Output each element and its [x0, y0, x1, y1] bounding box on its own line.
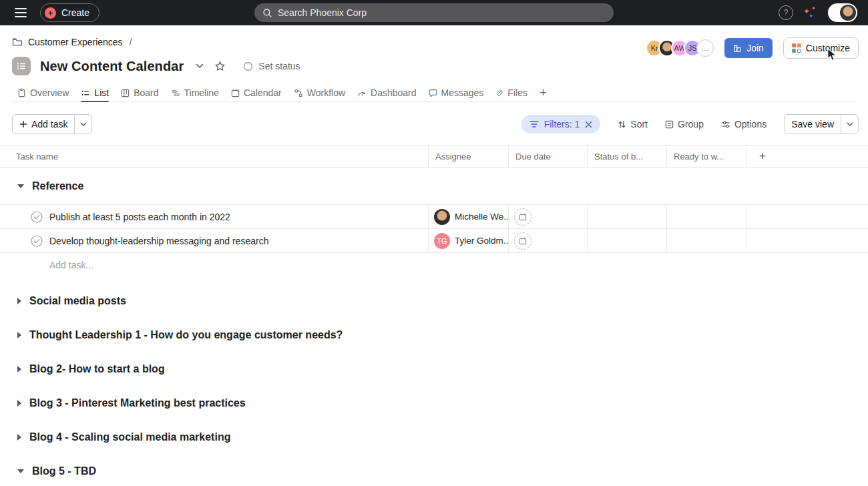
customize-button[interactable]: Customize — [783, 37, 859, 59]
expand-arrow-icon[interactable] — [17, 298, 21, 304]
user-avatar[interactable] — [828, 3, 857, 22]
tab-dashboard[interactable]: Dashboard — [352, 84, 422, 101]
top-bar: + Create Search Phoenix Corp ? ✦✦✦ — [0, 0, 868, 25]
tab-list[interactable]: List — [75, 84, 114, 101]
chevron-down-icon — [80, 122, 87, 127]
task-name[interactable]: Develop thought-leadership messaging and… — [49, 236, 268, 246]
project-icon[interactable] — [12, 57, 31, 75]
assignee-cell[interactable]: TG Tyler Goldm... — [428, 229, 508, 252]
avatar-initials: Kr — [651, 44, 658, 52]
tab-label: Overview — [30, 87, 69, 98]
ai-sparkles-icon[interactable]: ✦✦✦ — [803, 5, 818, 20]
add-task-button[interactable]: Add task — [13, 115, 74, 134]
section-title[interactable]: Social media posts — [29, 295, 126, 307]
breadcrumb-separator: / — [130, 37, 132, 47]
collapse-arrow-icon[interactable] — [17, 184, 24, 188]
due-date-cell[interactable] — [508, 205, 587, 228]
tab-workflow[interactable]: Workflow — [288, 84, 351, 101]
section-header-blog-3[interactable]: Blog 3 - Pinterest Marketing best practi… — [0, 393, 868, 413]
complete-check-icon[interactable] — [31, 211, 43, 223]
tab-overview[interactable]: Overview — [12, 84, 74, 101]
tab-files[interactable]: Files — [490, 84, 533, 101]
due-date-cell[interactable] — [508, 229, 587, 252]
create-button[interactable]: + Create — [40, 3, 99, 22]
section-header-social-media-posts[interactable]: Social media posts — [0, 290, 868, 311]
collapse-arrow-icon[interactable] — [17, 469, 24, 473]
filters-pill[interactable]: Filters: 1 — [521, 115, 601, 134]
expand-arrow-icon[interactable] — [17, 332, 21, 338]
set-due-date-icon[interactable] — [514, 232, 531, 250]
complete-check-icon[interactable] — [31, 235, 43, 247]
column-header-task-name[interactable]: Task name — [0, 146, 428, 167]
expand-arrow-icon[interactable] — [17, 366, 21, 373]
expand-arrow-icon[interactable] — [17, 400, 21, 407]
user-avatar-photo — [840, 5, 856, 21]
options-button[interactable]: Options — [721, 119, 767, 130]
clear-filter-icon[interactable] — [585, 121, 592, 128]
add-task-inline-button[interactable]: Add task... — [0, 253, 868, 277]
list-icon — [81, 89, 90, 97]
expand-arrow-icon[interactable] — [17, 434, 21, 441]
group-icon — [665, 120, 674, 129]
section-title[interactable]: Thought Leadership 1 - How do you engage… — [29, 329, 343, 341]
view-tabs: Overview List Board Timeline Calendar Wo… — [12, 84, 856, 102]
section-header-thought-leadership-1[interactable]: Thought Leadership 1 - How do you engage… — [0, 324, 868, 345]
join-button[interactable]: Join — [724, 38, 773, 58]
save-view-button[interactable]: Save view — [785, 115, 841, 134]
section-header-blog-4[interactable]: Blog 4 - Scaling social media marketing — [0, 427, 868, 447]
status-cell[interactable] — [587, 205, 666, 228]
table-row[interactable]: Publish at least 5 posts each month in 2… — [0, 205, 868, 229]
help-label: ? — [784, 8, 789, 17]
plus-icon — [19, 120, 27, 128]
column-header-status[interactable]: Status of b... — [587, 146, 666, 167]
status-circle-icon — [243, 61, 253, 71]
table-row[interactable]: Develop thought-leadership messaging and… — [0, 229, 868, 253]
search-input[interactable]: Search Phoenix Corp — [254, 3, 614, 22]
join-label: Join — [746, 43, 764, 53]
column-header-ready[interactable]: Ready to w... — [666, 146, 746, 167]
tab-timeline[interactable]: Timeline — [166, 84, 224, 101]
section-title[interactable]: Blog 3 - Pinterest Marketing best practi… — [29, 397, 246, 409]
tab-messages[interactable]: Messages — [423, 84, 489, 101]
section-title[interactable]: Blog 5 - TBD — [32, 465, 96, 477]
assignee-cell[interactable]: Michelle We... — [428, 205, 508, 228]
section-header-blog-2[interactable]: Blog 2- How to start a blog — [0, 358, 868, 379]
overview-icon — [17, 88, 26, 97]
status-cell[interactable] — [587, 229, 666, 252]
section-title[interactable]: Reference — [32, 180, 83, 192]
search-icon — [262, 8, 272, 18]
add-view-button[interactable]: + — [534, 85, 552, 100]
tab-board[interactable]: Board — [116, 84, 164, 101]
set-status-button[interactable]: Set status — [243, 61, 300, 71]
chevron-down-icon[interactable] — [196, 63, 204, 69]
tab-calendar[interactable]: Calendar — [226, 84, 287, 101]
more-members-button[interactable]: ... — [696, 39, 714, 57]
avatar-initials: JS — [688, 44, 697, 52]
member-avatars[interactable]: Kr AW JS ... — [646, 39, 714, 57]
messages-icon — [429, 89, 437, 97]
add-task-dropdown[interactable] — [74, 115, 91, 134]
section-title[interactable]: Blog 2- How to start a blog — [29, 363, 165, 375]
help-button[interactable]: ? — [779, 5, 793, 20]
filter-icon — [529, 120, 539, 128]
group-button[interactable]: Group — [665, 119, 704, 130]
breadcrumb-team[interactable]: Customer Experiences — [28, 37, 123, 47]
ready-cell[interactable] — [666, 205, 746, 228]
save-view-split-button: Save view — [784, 114, 859, 134]
sidebar-toggle-icon[interactable] — [8, 0, 33, 25]
section-header-reference[interactable]: Reference — [0, 168, 868, 205]
task-name[interactable]: Publish at least 5 posts each month in 2… — [49, 212, 230, 222]
column-header-due-date[interactable]: Due date — [508, 146, 587, 167]
ready-cell[interactable] — [666, 229, 746, 252]
favorite-star-icon[interactable] — [214, 61, 226, 72]
column-header-assignee[interactable]: Assignee — [428, 146, 508, 167]
save-view-dropdown[interactable] — [841, 115, 858, 134]
section-header-blog-5[interactable]: Blog 5 - TBD — [0, 461, 868, 481]
filters-label: Filters: 1 — [544, 119, 580, 130]
add-task-split-button: Add task — [12, 114, 92, 134]
calendar-icon — [519, 237, 527, 245]
add-column-button[interactable]: + — [746, 146, 868, 167]
sort-button[interactable]: Sort — [618, 119, 648, 130]
set-due-date-icon[interactable] — [514, 208, 531, 226]
section-title[interactable]: Blog 4 - Scaling social media marketing — [29, 431, 230, 443]
